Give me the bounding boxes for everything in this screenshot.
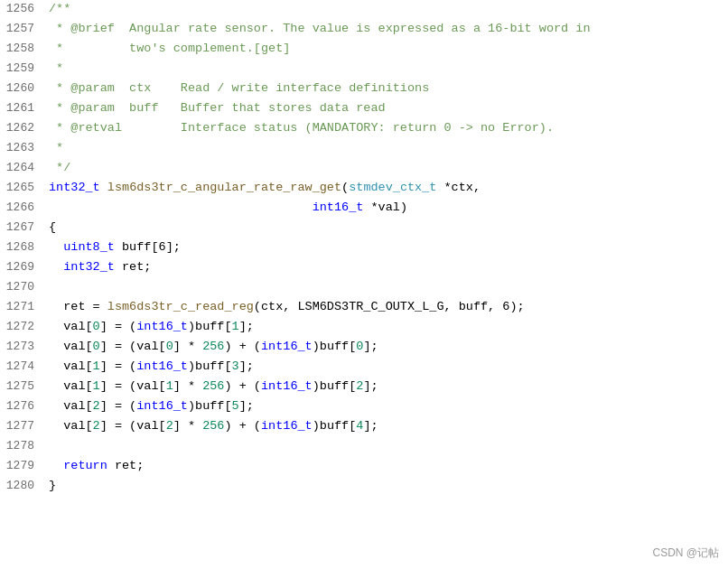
line-number: 1269 (0, 258, 47, 276)
line-number: 1264 (0, 159, 47, 177)
token: 2 (166, 419, 173, 433)
token: ret; (107, 459, 145, 472)
line-content: val[0] = (int16_t)buff[1]; (47, 318, 728, 337)
token: ] = (val[ (100, 379, 166, 393)
token: )buff[ (188, 320, 232, 333)
line-content: int32_t lsm6ds3tr_c_angular_rate_raw_get… (47, 179, 728, 198)
token: * @param ctx Read / write interface defi… (49, 81, 429, 95)
token: 1 (93, 359, 100, 373)
token: ( (341, 181, 349, 194)
line-number: 1261 (0, 99, 47, 117)
line-content: val[2] = (int16_t)buff[5]; (47, 397, 728, 416)
line-number: 1273 (0, 338, 47, 356)
line-number: 1256 (0, 0, 47, 18)
token: ] = ( (100, 359, 137, 373)
line-content: val[2] = (val[2] * 256) + (int16_t)buff[… (47, 417, 728, 436)
line-content (47, 278, 728, 297)
code-line: 1267{ (0, 219, 728, 238)
code-line: 1265int32_t lsm6ds3tr_c_angular_rate_raw… (0, 179, 728, 199)
token: ] * (173, 340, 202, 353)
token: 1 (93, 379, 100, 393)
code-line: 1261 * @param buff Buffer that stores da… (0, 99, 728, 119)
line-content: /** (47, 0, 728, 19)
token: int32_t (49, 181, 100, 194)
line-number: 1268 (0, 238, 47, 257)
line-number: 1267 (0, 219, 47, 237)
line-number: 1260 (0, 79, 47, 98)
token (49, 240, 63, 254)
token: 256 (202, 419, 224, 433)
line-content (47, 437, 728, 456)
token: int16_t (313, 201, 364, 214)
code-line: 1279 return ret; (0, 457, 728, 477)
token: val[ (49, 359, 93, 373)
token: (ctx, LSM6DS3TR_C_OUTX_L_G, buff, 6); (254, 300, 525, 313)
token: *ctx, (436, 181, 481, 194)
token: )buff[ (188, 359, 232, 373)
token: val[ (49, 399, 93, 413)
token: 0 (93, 320, 100, 333)
line-content: { (47, 219, 728, 238)
token: ]; (363, 379, 378, 393)
code-line: 1272 val[0] = (int16_t)buff[1]; (0, 318, 728, 338)
token: 1 (166, 379, 173, 393)
token: int16_t (261, 419, 313, 433)
line-number: 1274 (0, 358, 47, 376)
token: int16_t (261, 340, 313, 353)
line-content: * @retval Interface status (MANDATORY: r… (47, 119, 728, 138)
token: * (49, 61, 63, 75)
code-line: 1259 * (0, 60, 728, 79)
line-number: 1277 (0, 417, 47, 435)
token: uint8_t (63, 240, 115, 254)
token: )buff[ (188, 399, 232, 413)
token: int16_t (261, 379, 313, 393)
code-line: 1266 int16_t *val) (0, 199, 728, 219)
line-number: 1257 (0, 20, 47, 38)
token: * (49, 141, 63, 154)
code-line: 1268 uint8_t buff[6]; (0, 238, 728, 258)
token (49, 201, 313, 214)
token: * @retval Interface status (MANDATORY: r… (49, 121, 554, 135)
token: ] = (val[ (100, 340, 166, 353)
line-number: 1278 (0, 437, 47, 455)
line-content: return ret; (47, 457, 728, 476)
token: 256 (202, 340, 224, 353)
token: ret = (49, 300, 107, 313)
token: int16_t (136, 399, 188, 413)
line-number: 1263 (0, 139, 47, 157)
token: ] = (val[ (100, 419, 166, 433)
token: lsm6ds3tr_c_angular_rate_raw_get (107, 181, 341, 194)
token: int16_t (136, 359, 188, 373)
token: 2 (93, 399, 100, 413)
token: 1 (232, 320, 239, 333)
line-content: * @brief Angular rate sensor. The value … (47, 20, 728, 39)
line-content: */ (47, 159, 728, 178)
token: ] * (173, 419, 202, 433)
code-line: 1270 (0, 278, 728, 298)
code-line: 1264 */ (0, 159, 728, 179)
line-content: * @param buff Buffer that stores data re… (47, 99, 728, 118)
token: ]; (239, 399, 254, 413)
token (100, 181, 107, 194)
code-line: 1273 val[0] = (val[0] * 256) + (int16_t)… (0, 338, 728, 358)
token: ret; (115, 260, 152, 274)
token: lsm6ds3tr_c_read_reg (107, 300, 254, 313)
line-content: val[0] = (val[0] * 256) + (int16_t)buff[… (47, 338, 728, 357)
token: ]; (363, 419, 378, 433)
line-content: * (47, 139, 728, 158)
token: * @brief Angular rate sensor. The value … (49, 22, 591, 35)
token: val[ (49, 340, 93, 353)
token: )buff[ (313, 419, 357, 433)
line-number: 1258 (0, 40, 47, 58)
token: ) + ( (224, 419, 261, 433)
code-line: 1277 val[2] = (val[2] * 256) + (int16_t)… (0, 417, 728, 437)
token: int16_t (136, 320, 188, 333)
token: int32_t (63, 260, 115, 274)
line-number: 1272 (0, 318, 47, 336)
token: *val) (363, 201, 407, 214)
line-number: 1266 (0, 199, 47, 217)
line-number: 1262 (0, 119, 47, 137)
token: ] = ( (100, 320, 137, 333)
token: 256 (202, 379, 224, 393)
line-content: val[1] = (val[1] * 256) + (int16_t)buff[… (47, 378, 728, 396)
